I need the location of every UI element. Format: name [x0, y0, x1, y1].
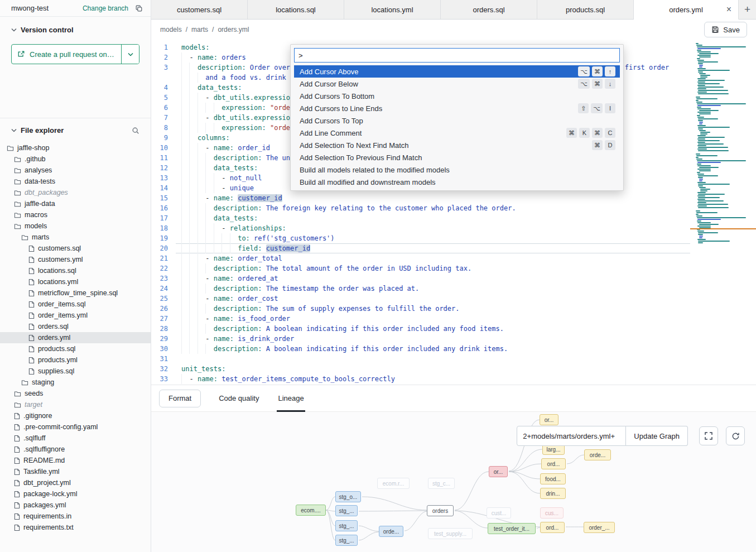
lineage-node-0[interactable]: or... — [540, 414, 558, 425]
tree-item-orders.yml[interactable]: orders.yml — [0, 332, 151, 343]
tab-orders.sql[interactable]: orders.sql — [441, 0, 537, 19]
code-line[interactable]: 33 - name: test_order_items_compute_to_b… — [151, 374, 690, 384]
palette-item[interactable]: Add Cursors To Top — [294, 114, 620, 127]
code-line[interactable]: 32unit_tests: — [151, 364, 690, 374]
code-line[interactable]: 24 description: The timestamp the order … — [151, 284, 690, 294]
code-line[interactable]: 18 - relationships: — [151, 223, 690, 233]
lineage-node-10[interactable]: stg_... — [335, 520, 358, 531]
lineage-node-5[interactable]: or... — [489, 466, 508, 477]
lineage-node-3[interactable]: food... — [540, 473, 566, 484]
code-line[interactable]: 23 - name: ordered_at — [151, 273, 690, 284]
lineage-node-15[interactable]: stg_c... — [428, 478, 455, 489]
tree-item-.gitignore[interactable]: .gitignore — [0, 410, 151, 421]
lineage-node-13[interactable]: orders — [427, 505, 454, 516]
tree-item-README.md[interactable]: README.md — [0, 455, 151, 466]
tree-item-customers.sql[interactable]: customers.sql — [0, 243, 151, 254]
code-line[interactable]: 28 description: A boolean indicating if … — [151, 324, 690, 334]
tree-item-staging[interactable]: staging — [0, 377, 151, 388]
code-line[interactable]: 16 description: The foreign key relating… — [151, 203, 690, 213]
palette-item[interactable]: Add Cursor Above⌥⌘↑ — [294, 65, 620, 78]
tree-item-products.sql[interactable]: products.sql — [0, 343, 151, 354]
tree-item-models[interactable]: models — [0, 220, 151, 232]
tab-orders.yml[interactable]: orders.yml× — [634, 0, 739, 20]
save-button[interactable]: Save — [704, 22, 747, 37]
palette-item[interactable]: Add Line Comment⌘K⌘C — [294, 127, 620, 139]
version-control-header[interactable]: Version control — [0, 17, 151, 39]
lineage-node-7[interactable]: ecom.... — [296, 505, 326, 516]
code-line[interactable]: 26 description: The sum of supply expens… — [151, 304, 690, 314]
lineage-node-16[interactable]: cust... — [487, 507, 511, 519]
new-tab-button[interactable]: + — [739, 0, 756, 19]
panel-tab-lineage[interactable]: Lineage — [277, 385, 305, 412]
code-line[interactable]: 20 field: customer_id — [151, 243, 690, 253]
code-line[interactable]: 30 description: A boolean indicating if … — [151, 344, 690, 354]
tab-locations.yml[interactable]: locations.yml — [344, 0, 441, 19]
code-line[interactable]: 22 description: The total amount of the … — [151, 263, 690, 273]
file-explorer-header[interactable]: File explorer — [0, 118, 151, 139]
tree-item-.github[interactable]: .github — [0, 153, 151, 165]
search-icon[interactable] — [132, 127, 139, 135]
palette-item[interactable]: Add Cursors to Line Ends⇧⌥I — [294, 102, 620, 114]
tree-item-jaffle-shop[interactable]: jaffle-shop — [0, 142, 151, 153]
change-branch-link[interactable]: Change branch — [83, 4, 128, 12]
tree-item-locations.yml[interactable]: locations.yml — [0, 276, 151, 287]
lineage-node-14[interactable]: ecom.r... — [377, 478, 410, 489]
lineage-node-18[interactable]: test_order_it... — [488, 523, 536, 534]
tab-locations.sql[interactable]: locations.sql — [248, 0, 344, 19]
lineage-node-8[interactable]: stg_o... — [335, 491, 361, 502]
format-button[interactable]: Format — [159, 390, 201, 407]
lineage-node-9[interactable]: stg_... — [335, 505, 358, 516]
code-line[interactable]: 25 - name: order_cost — [151, 294, 690, 304]
tree-item-package-lock.yml[interactable]: package-lock.yml — [0, 488, 151, 500]
update-graph-button[interactable]: Update Graph — [626, 426, 688, 446]
code-line[interactable]: 15 - name: customer_id — [151, 193, 690, 203]
code-line[interactable]: 27 - name: is_food_order — [151, 314, 690, 324]
tree-item-analyses[interactable]: analyses — [0, 165, 151, 176]
palette-item[interactable]: Add Selection To Previous Find Match — [294, 151, 620, 164]
palette-item[interactable]: Build all models related to the modified… — [294, 164, 620, 176]
tree-item-order_items.sql[interactable]: order_items.sql — [0, 299, 151, 310]
lineage-node-12[interactable]: orde... — [379, 526, 403, 537]
tree-item-dbt_project.yml[interactable]: dbt_project.yml — [0, 477, 151, 488]
palette-item[interactable]: Add Cursors To Bottom — [294, 90, 620, 102]
create-pr-button[interactable]: Create a pull request on Git... — [12, 45, 121, 64]
lineage-node-17[interactable]: cus... — [540, 507, 564, 519]
tree-item-data-tests[interactable]: data-tests — [0, 176, 151, 187]
lineage-node-11[interactable]: stg_... — [335, 535, 358, 546]
lineage-selector-input[interactable] — [517, 426, 626, 446]
tree-item-order_items.yml[interactable]: order_items.yml — [0, 310, 151, 321]
lineage-node-4[interactable]: drin... — [540, 488, 566, 499]
tree-item-metricflow_time_spine.sql[interactable]: metricflow_time_spine.sql — [0, 287, 151, 299]
tree-item-packages.yml[interactable]: packages.yml — [0, 500, 151, 511]
code-line[interactable]: 29 - name: is_drink_order — [151, 334, 690, 344]
code-line[interactable]: 31 — [151, 354, 690, 364]
tree-item-jaffle-data[interactable]: jaffle-data — [0, 198, 151, 209]
tree-item-Taskfile.yml[interactable]: Taskfile.yml — [0, 466, 151, 477]
tree-item-supplies.sql[interactable]: supplies.sql — [0, 366, 151, 377]
lineage-node-20[interactable]: order_... — [584, 522, 615, 533]
tab-products.sql[interactable]: products.sql — [537, 0, 634, 19]
code-line[interactable]: 17 data_tests: — [151, 213, 690, 223]
tree-item-macros[interactable]: macros — [0, 209, 151, 220]
tree-item-requirements.txt[interactable]: requirements.txt — [0, 522, 151, 533]
tree-item-requirements.in[interactable]: requirements.in — [0, 511, 151, 522]
command-palette-input[interactable] — [294, 48, 620, 63]
close-icon[interactable]: × — [726, 5, 731, 14]
panel-tab-code-quality[interactable]: Code quality — [218, 385, 260, 412]
code-line[interactable]: 21 - name: order_total — [151, 253, 690, 263]
lineage-node-19[interactable]: ord... — [540, 522, 565, 533]
pr-options-button[interactable] — [121, 45, 139, 64]
tree-item-orders.sql[interactable]: orders.sql — [0, 321, 151, 332]
palette-item[interactable]: Add Selection To Next Find Match⌘D — [294, 139, 620, 151]
refresh-icon[interactable] — [726, 426, 745, 445]
tree-item-.sqlfluffignore[interactable]: .sqlfluffignore — [0, 444, 151, 455]
tree-item-.pre-commit-config.yaml[interactable]: .pre-commit-config.yaml — [0, 421, 151, 433]
lineage-node-21[interactable]: test_supply... — [428, 528, 473, 539]
tree-item-dbt_packages[interactable]: dbt_packages — [0, 187, 151, 198]
tree-item-locations.sql[interactable]: locations.sql — [0, 265, 151, 276]
tree-item-seeds[interactable]: seeds — [0, 388, 151, 399]
palette-item[interactable]: Build all modified and downstream models — [294, 176, 620, 188]
lineage-node-6[interactable]: orde... — [584, 449, 611, 460]
fullscreen-icon[interactable] — [699, 426, 718, 445]
tree-item-target[interactable]: target — [0, 399, 151, 410]
